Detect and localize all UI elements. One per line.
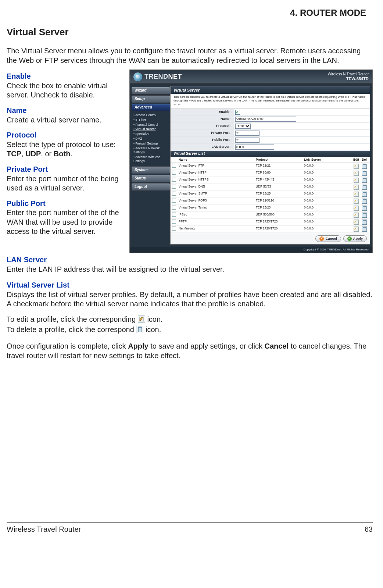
row-name: Virtual Server DNS: [179, 185, 256, 190]
privateport-input[interactable]: [235, 131, 259, 136]
publicport-input[interactable]: [235, 138, 259, 143]
edit-icon[interactable]: [354, 185, 359, 190]
sidebar-sub-item[interactable]: Advance Wireless Settings: [133, 155, 170, 164]
sidebar-sub-item[interactable]: Advance Network Settings: [133, 146, 170, 155]
row-checkbox[interactable]: [172, 199, 176, 203]
sidebar-sub-item[interactable]: Parental Control: [133, 122, 170, 127]
sidebar-item-advanced[interactable]: Advanced: [131, 104, 170, 111]
t: icon.: [145, 315, 163, 323]
row-lan: 0.0.0.0: [304, 192, 352, 197]
apply-button[interactable]: ✓ Apply: [343, 235, 367, 242]
sidebar-sub-item[interactable]: Special AP: [133, 132, 170, 136]
protocol-select[interactable]: TCP: [235, 124, 251, 129]
form-enable-label: Enable :: [171, 109, 234, 115]
edit-icon[interactable]: [354, 220, 359, 225]
field-lanserver-desc: Enter the LAN IP address that will be as…: [7, 265, 373, 274]
router-screenshot: TRENDNET Wireless N Travel Router TEW-65…: [129, 70, 373, 253]
row-name: PPTP: [179, 220, 256, 225]
trash-icon[interactable]: [362, 213, 367, 218]
trash-icon[interactable]: [362, 199, 367, 204]
row-proto: UDP 53/53: [256, 185, 304, 190]
form-publicport-label: Public Port :: [171, 137, 234, 143]
opt-tcp: TCP: [7, 150, 21, 158]
row-proto: TCP 25/25: [256, 192, 304, 197]
row-proto: UDP 500/500: [256, 213, 304, 218]
row-name: NetMeeting: [179, 227, 256, 232]
edit-icon[interactable]: [354, 171, 359, 176]
brand-part2: NET: [168, 73, 182, 80]
lanserver-input[interactable]: [235, 145, 274, 150]
brand-text: TRENDNET: [144, 72, 182, 81]
sidebar-item-setup[interactable]: Setup: [131, 95, 170, 103]
table-row: Virtual Server HTTPTCP 80/800.0.0.0: [171, 170, 370, 177]
globe-icon: [133, 72, 142, 81]
table-row: Virtual Server DNSUDP 53/530.0.0.0: [171, 184, 370, 191]
trash-icon[interactable]: [362, 206, 367, 211]
t: Once configuration is complete, click: [7, 342, 128, 350]
trash-icon[interactable]: [362, 171, 367, 176]
edit-icon[interactable]: [354, 199, 359, 204]
enable-checkbox[interactable]: [235, 110, 240, 115]
row-name: Virtual Server HTTPS: [179, 178, 256, 183]
trash-icon: [136, 326, 143, 333]
row-proto: TCP 1720/1720: [256, 227, 304, 232]
edit-icon[interactable]: [354, 164, 359, 169]
sidebar-item-status[interactable]: Status: [131, 175, 170, 182]
trash-icon[interactable]: [362, 220, 367, 225]
edit-icon[interactable]: [354, 192, 359, 197]
cancel-icon: ✕: [319, 236, 324, 241]
table-row: NetMeetingTCP 1720/17200.0.0.0: [171, 226, 370, 233]
row-checkbox[interactable]: [172, 171, 176, 175]
name-input[interactable]: [235, 117, 296, 122]
cancel-label: Cancel: [325, 236, 337, 241]
model-line1: Wireless N Travel Router: [328, 72, 369, 76]
row-checkbox[interactable]: [172, 164, 176, 168]
row-lan: 0.0.0.0: [304, 185, 352, 190]
trash-icon[interactable]: [362, 164, 367, 169]
row-checkbox[interactable]: [172, 213, 176, 217]
row-name: IPSec: [179, 213, 256, 218]
sidebar-sub-item[interactable]: Virtual Server: [133, 127, 170, 132]
sidebar-sub-item[interactable]: Firewall Settings: [133, 141, 170, 146]
row-lan: 0.0.0.0: [304, 171, 352, 176]
list-rows: Virtual Server FTPTCP 21/210.0.0.0Virtua…: [171, 163, 370, 233]
sidebar-item-wizard[interactable]: Wizard: [131, 87, 170, 95]
apply-word: Apply: [128, 342, 148, 350]
edit-icon[interactable]: [354, 213, 359, 218]
trash-icon[interactable]: [362, 178, 367, 183]
row-checkbox[interactable]: [172, 206, 176, 210]
t: To delete a profile, click the correspon…: [7, 325, 136, 334]
sidebar-item-system[interactable]: System: [131, 166, 170, 174]
row-checkbox[interactable]: [172, 192, 176, 196]
row-lan: 0.0.0.0: [304, 164, 352, 169]
edit-icon[interactable]: [354, 178, 359, 183]
sidebar-sub-item[interactable]: IP Filter: [133, 118, 170, 122]
row-checkbox[interactable]: [172, 227, 176, 231]
row-checkbox[interactable]: [172, 220, 176, 224]
sidebar-sub-item[interactable]: DMZ: [133, 136, 170, 141]
trash-icon[interactable]: [362, 192, 367, 197]
pane-title: Virtual Server: [171, 86, 370, 94]
field-publicport-desc: Enter the port number of the of the WAN …: [7, 208, 124, 236]
sidebar-sub-item[interactable]: Access Control: [133, 113, 170, 118]
t: , or: [41, 150, 53, 158]
table-row: PPTPTCP 1723/17230.0.0.0: [171, 219, 370, 226]
field-protocol-label: Protocol: [7, 131, 124, 140]
field-protocol-desc: Select the type of protocol to use: TCP,…: [7, 140, 124, 159]
trash-icon[interactable]: [362, 227, 367, 232]
field-lanserver-label: LAN Server: [7, 255, 373, 265]
edit-icon[interactable]: [354, 227, 359, 232]
row-checkbox[interactable]: [172, 178, 176, 182]
row-lan: 0.0.0.0: [304, 220, 352, 225]
row-checkbox[interactable]: [172, 185, 176, 189]
row-lan: 0.0.0.0: [304, 227, 352, 232]
edit-icon[interactable]: [354, 206, 359, 211]
sidebar-sub-items: Access ControlIP FilterParental ControlV…: [131, 112, 170, 166]
cancel-button[interactable]: ✕ Cancel: [315, 235, 341, 242]
content-pane: Virtual Server This screen enables you t…: [170, 86, 370, 244]
section-title: Virtual Server: [7, 26, 373, 38]
sidebar-item-logout[interactable]: Logout: [131, 183, 170, 191]
row-name: Virtual Server POP3: [179, 199, 256, 204]
col-edit: Edit: [352, 158, 360, 162]
trash-icon[interactable]: [362, 185, 367, 190]
